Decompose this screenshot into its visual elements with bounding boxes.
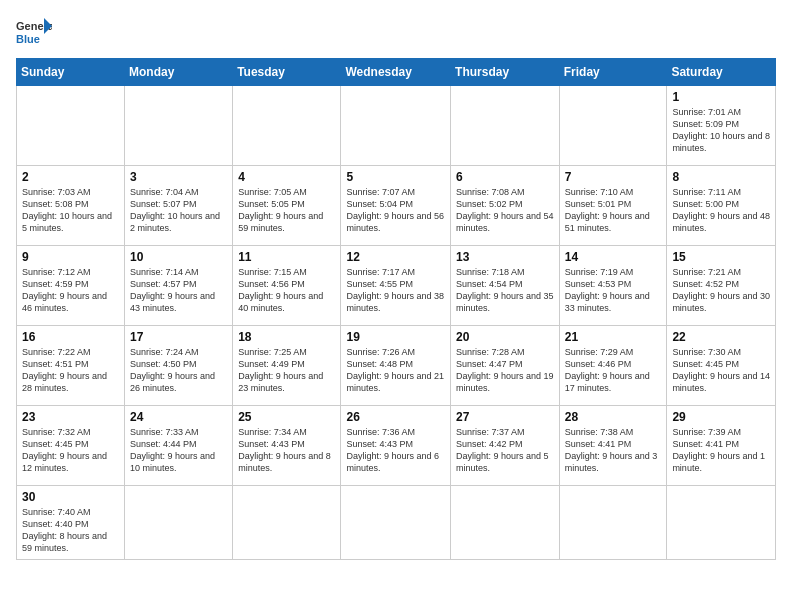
calendar-cell: 10Sunrise: 7:14 AM Sunset: 4:57 PM Dayli… [125, 246, 233, 326]
calendar-cell: 30Sunrise: 7:40 AM Sunset: 4:40 PM Dayli… [17, 486, 125, 560]
day-info: Sunrise: 7:19 AM Sunset: 4:53 PM Dayligh… [565, 266, 662, 315]
day-info: Sunrise: 7:36 AM Sunset: 4:43 PM Dayligh… [346, 426, 445, 475]
calendar-cell [341, 486, 451, 560]
day-number: 8 [672, 170, 770, 184]
day-info: Sunrise: 7:24 AM Sunset: 4:50 PM Dayligh… [130, 346, 227, 395]
day-number: 11 [238, 250, 335, 264]
calendar-cell: 25Sunrise: 7:34 AM Sunset: 4:43 PM Dayli… [233, 406, 341, 486]
col-header-sunday: Sunday [17, 59, 125, 86]
day-number: 4 [238, 170, 335, 184]
day-info: Sunrise: 7:10 AM Sunset: 5:01 PM Dayligh… [565, 186, 662, 235]
day-number: 30 [22, 490, 119, 504]
day-number: 3 [130, 170, 227, 184]
day-number: 27 [456, 410, 554, 424]
calendar-cell: 9Sunrise: 7:12 AM Sunset: 4:59 PM Daylig… [17, 246, 125, 326]
col-header-monday: Monday [125, 59, 233, 86]
calendar-header-row: SundayMondayTuesdayWednesdayThursdayFrid… [17, 59, 776, 86]
day-info: Sunrise: 7:34 AM Sunset: 4:43 PM Dayligh… [238, 426, 335, 475]
calendar-cell: 7Sunrise: 7:10 AM Sunset: 5:01 PM Daylig… [559, 166, 667, 246]
day-info: Sunrise: 7:30 AM Sunset: 4:45 PM Dayligh… [672, 346, 770, 395]
calendar-cell [125, 86, 233, 166]
calendar-cell: 22Sunrise: 7:30 AM Sunset: 4:45 PM Dayli… [667, 326, 776, 406]
day-info: Sunrise: 7:14 AM Sunset: 4:57 PM Dayligh… [130, 266, 227, 315]
day-number: 20 [456, 330, 554, 344]
col-header-wednesday: Wednesday [341, 59, 451, 86]
day-info: Sunrise: 7:37 AM Sunset: 4:42 PM Dayligh… [456, 426, 554, 475]
day-info: Sunrise: 7:11 AM Sunset: 5:00 PM Dayligh… [672, 186, 770, 235]
svg-text:Blue: Blue [16, 33, 40, 45]
calendar-cell: 5Sunrise: 7:07 AM Sunset: 5:04 PM Daylig… [341, 166, 451, 246]
calendar-week-row: 16Sunrise: 7:22 AM Sunset: 4:51 PM Dayli… [17, 326, 776, 406]
calendar-cell: 11Sunrise: 7:15 AM Sunset: 4:56 PM Dayli… [233, 246, 341, 326]
calendar-cell: 28Sunrise: 7:38 AM Sunset: 4:41 PM Dayli… [559, 406, 667, 486]
day-info: Sunrise: 7:40 AM Sunset: 4:40 PM Dayligh… [22, 506, 119, 555]
day-info: Sunrise: 7:08 AM Sunset: 5:02 PM Dayligh… [456, 186, 554, 235]
day-number: 23 [22, 410, 119, 424]
day-number: 24 [130, 410, 227, 424]
day-number: 6 [456, 170, 554, 184]
day-info: Sunrise: 7:29 AM Sunset: 4:46 PM Dayligh… [565, 346, 662, 395]
calendar-cell: 8Sunrise: 7:11 AM Sunset: 5:00 PM Daylig… [667, 166, 776, 246]
day-number: 9 [22, 250, 119, 264]
day-info: Sunrise: 7:04 AM Sunset: 5:07 PM Dayligh… [130, 186, 227, 235]
day-number: 17 [130, 330, 227, 344]
calendar-cell [559, 486, 667, 560]
logo: General Blue [16, 16, 52, 46]
day-number: 7 [565, 170, 662, 184]
day-number: 25 [238, 410, 335, 424]
day-number: 28 [565, 410, 662, 424]
calendar-week-row: 23Sunrise: 7:32 AM Sunset: 4:45 PM Dayli… [17, 406, 776, 486]
day-number: 5 [346, 170, 445, 184]
day-info: Sunrise: 7:03 AM Sunset: 5:08 PM Dayligh… [22, 186, 119, 235]
calendar-cell [233, 486, 341, 560]
calendar-cell: 23Sunrise: 7:32 AM Sunset: 4:45 PM Dayli… [17, 406, 125, 486]
day-number: 1 [672, 90, 770, 104]
day-info: Sunrise: 7:39 AM Sunset: 4:41 PM Dayligh… [672, 426, 770, 475]
day-info: Sunrise: 7:33 AM Sunset: 4:44 PM Dayligh… [130, 426, 227, 475]
calendar-week-row: 9Sunrise: 7:12 AM Sunset: 4:59 PM Daylig… [17, 246, 776, 326]
day-number: 16 [22, 330, 119, 344]
calendar-cell [125, 486, 233, 560]
day-info: Sunrise: 7:28 AM Sunset: 4:47 PM Dayligh… [456, 346, 554, 395]
calendar-cell: 6Sunrise: 7:08 AM Sunset: 5:02 PM Daylig… [451, 166, 560, 246]
day-number: 19 [346, 330, 445, 344]
day-info: Sunrise: 7:17 AM Sunset: 4:55 PM Dayligh… [346, 266, 445, 315]
calendar-cell: 3Sunrise: 7:04 AM Sunset: 5:07 PM Daylig… [125, 166, 233, 246]
col-header-saturday: Saturday [667, 59, 776, 86]
day-number: 21 [565, 330, 662, 344]
calendar-cell: 4Sunrise: 7:05 AM Sunset: 5:05 PM Daylig… [233, 166, 341, 246]
day-info: Sunrise: 7:38 AM Sunset: 4:41 PM Dayligh… [565, 426, 662, 475]
calendar-cell: 17Sunrise: 7:24 AM Sunset: 4:50 PM Dayli… [125, 326, 233, 406]
page-header: General Blue [16, 16, 776, 46]
day-info: Sunrise: 7:01 AM Sunset: 5:09 PM Dayligh… [672, 106, 770, 155]
calendar-cell [451, 486, 560, 560]
col-header-thursday: Thursday [451, 59, 560, 86]
day-info: Sunrise: 7:26 AM Sunset: 4:48 PM Dayligh… [346, 346, 445, 395]
calendar-cell: 12Sunrise: 7:17 AM Sunset: 4:55 PM Dayli… [341, 246, 451, 326]
col-header-tuesday: Tuesday [233, 59, 341, 86]
calendar-cell [451, 86, 560, 166]
calendar-cell: 15Sunrise: 7:21 AM Sunset: 4:52 PM Dayli… [667, 246, 776, 326]
day-info: Sunrise: 7:25 AM Sunset: 4:49 PM Dayligh… [238, 346, 335, 395]
calendar-cell: 20Sunrise: 7:28 AM Sunset: 4:47 PM Dayli… [451, 326, 560, 406]
day-number: 18 [238, 330, 335, 344]
calendar-cell: 1Sunrise: 7:01 AM Sunset: 5:09 PM Daylig… [667, 86, 776, 166]
day-info: Sunrise: 7:15 AM Sunset: 4:56 PM Dayligh… [238, 266, 335, 315]
day-info: Sunrise: 7:18 AM Sunset: 4:54 PM Dayligh… [456, 266, 554, 315]
calendar-cell [17, 86, 125, 166]
day-number: 29 [672, 410, 770, 424]
calendar-cell: 24Sunrise: 7:33 AM Sunset: 4:44 PM Dayli… [125, 406, 233, 486]
calendar-week-row: 2Sunrise: 7:03 AM Sunset: 5:08 PM Daylig… [17, 166, 776, 246]
day-number: 12 [346, 250, 445, 264]
day-info: Sunrise: 7:21 AM Sunset: 4:52 PM Dayligh… [672, 266, 770, 315]
day-number: 26 [346, 410, 445, 424]
day-info: Sunrise: 7:07 AM Sunset: 5:04 PM Dayligh… [346, 186, 445, 235]
day-number: 14 [565, 250, 662, 264]
day-number: 13 [456, 250, 554, 264]
calendar-cell: 13Sunrise: 7:18 AM Sunset: 4:54 PM Dayli… [451, 246, 560, 326]
calendar-cell: 14Sunrise: 7:19 AM Sunset: 4:53 PM Dayli… [559, 246, 667, 326]
calendar-cell: 29Sunrise: 7:39 AM Sunset: 4:41 PM Dayli… [667, 406, 776, 486]
day-info: Sunrise: 7:22 AM Sunset: 4:51 PM Dayligh… [22, 346, 119, 395]
day-info: Sunrise: 7:12 AM Sunset: 4:59 PM Dayligh… [22, 266, 119, 315]
calendar-cell: 16Sunrise: 7:22 AM Sunset: 4:51 PM Dayli… [17, 326, 125, 406]
